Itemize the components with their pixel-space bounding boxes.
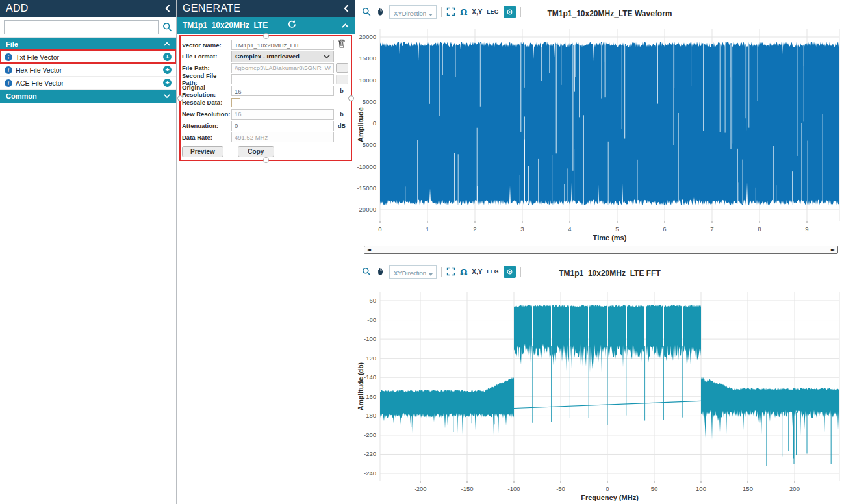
browse-button[interactable]: ... [336, 63, 348, 73]
original-resolution-input[interactable] [231, 86, 334, 96]
y-axis-tick-label: -200 [364, 431, 376, 438]
zoom-magnifier-icon[interactable] [362, 6, 371, 18]
fit-expand-icon[interactable] [446, 6, 455, 18]
item-label: Hex File Vector [16, 66, 163, 74]
selection-handle[interactable] [263, 157, 269, 163]
info-icon[interactable]: i [5, 53, 12, 61]
field-label: New Resolution: [182, 110, 231, 118]
search-input[interactable] [4, 20, 159, 34]
y-axis-tick-label: -80 [367, 316, 376, 323]
app-root: ADD FileiTxt File Vector+iHex File Vecto… [0, 0, 842, 504]
refresh-icon[interactable] [287, 19, 342, 32]
options-target-icon[interactable] [504, 266, 516, 278]
x-axis-tick-label: 0 [378, 225, 381, 233]
list-item-txt-file-vector[interactable]: iTxt File Vector+ [0, 51, 176, 64]
x-axis-tick-label: 100 [696, 485, 706, 492]
x-axis-tick-label: 2 [473, 225, 476, 233]
x-axis-tick-label: 9 [805, 225, 808, 233]
legend-toggle[interactable]: LEG [487, 266, 498, 277]
legend-toggle[interactable]: LEG [487, 6, 498, 18]
waveform-h-scrollbar[interactable]: ◄ ► [364, 246, 838, 254]
section-header-common[interactable]: Common [0, 90, 176, 103]
unit-label: b [340, 111, 344, 118]
vector-section-header[interactable]: TM1p1_10x20MHz_LTE [177, 17, 355, 34]
xy-readout-toggle[interactable]: X,Y [472, 266, 482, 277]
fft-carrier [533, 305, 551, 359]
unit-label: dB [338, 123, 346, 129]
field-label: Rescale Data: [182, 99, 231, 106]
x-axis-tick-label: 3 [520, 225, 524, 233]
x-axis-label: Frequency (MHz) [581, 494, 639, 501]
fft-carrier [514, 305, 532, 364]
field-label: Vector Name: [182, 42, 231, 49]
fft-carrier [608, 305, 626, 367]
vector-section-title: TM1p1_10x20MHz_LTE [183, 21, 268, 30]
y-axis-tick-label: -60 [367, 297, 376, 304]
form-buttons-row: PreviewCopy [182, 146, 350, 157]
waveform-plot[interactable]: 20000150001000050000-5000-10000-15000-20… [355, 0, 842, 262]
xy-readout-toggle[interactable]: X,Y [472, 6, 482, 18]
lasso-omega-icon[interactable]: Ω [460, 266, 467, 277]
y-axis-tick-label: -15000 [357, 184, 376, 192]
data-rate-input [231, 132, 334, 142]
fft-chart-toolbar: XYDirectionΩX,YLEG [362, 265, 521, 278]
toolbar-separator [520, 7, 521, 17]
x-axis-tick-label: 50 [651, 485, 658, 492]
collapse-generate-panel-icon[interactable] [344, 5, 349, 12]
fft-noise-left [380, 377, 514, 435]
new-resolution-input [231, 109, 334, 120]
second-file-path-input[interactable] [231, 74, 334, 84]
collapse-vector-section-icon[interactable] [342, 23, 349, 28]
fit-expand-icon[interactable] [446, 266, 455, 277]
x-axis-tick-label: 150 [743, 485, 753, 492]
y-axis-tick-label: -10000 [357, 163, 376, 170]
search-icon[interactable] [162, 22, 172, 32]
toolbar-separator [441, 267, 442, 277]
lasso-omega-icon[interactable]: Ω [460, 6, 467, 18]
info-icon[interactable]: i [5, 66, 12, 74]
list-item-hex-file-vector[interactable]: iHex File Vector+ [0, 64, 176, 77]
rescale-data-checkbox[interactable] [231, 98, 240, 107]
x-axis-tick-label: 6 [663, 225, 666, 233]
dropdown-caret-icon [429, 14, 433, 16]
collapse-add-panel-icon[interactable] [165, 5, 170, 12]
options-target-icon[interactable] [504, 6, 516, 18]
y-axis-tick-label: -240 [364, 470, 376, 477]
pan-hand-icon[interactable] [376, 266, 385, 277]
toolbar-separator [441, 7, 442, 17]
delete-trash-icon[interactable] [338, 39, 346, 51]
y-axis-tick-label: -140 [364, 373, 376, 381]
generate-panel-header: GENERATE [177, 0, 355, 17]
attenuation-input[interactable] [231, 121, 334, 131]
add-plus-icon[interactable]: + [163, 53, 172, 61]
fft-carrier [646, 305, 663, 363]
x-axis-label: Time (ms) [593, 234, 627, 242]
scroll-right-arrow[interactable]: ► [831, 247, 835, 253]
vector-name-input[interactable] [231, 40, 334, 50]
copy-button[interactable]: Copy [238, 146, 274, 157]
info-icon[interactable]: i [5, 79, 12, 87]
preview-button[interactable]: Preview [182, 146, 223, 157]
add-plus-icon[interactable]: + [163, 66, 172, 74]
pan-hand-icon[interactable] [376, 6, 385, 18]
zoom-magnifier-icon[interactable] [362, 266, 371, 277]
file-format-select[interactable]: Complex - Interleaved [231, 51, 334, 62]
y-axis-label: Amplitude [357, 107, 364, 142]
fft-plot[interactable]: -60-80-100-120-140-160-180-200-220-240-2… [355, 260, 842, 504]
y-axis-tick-label: -100 [364, 335, 376, 342]
add-plus-icon[interactable]: + [163, 79, 172, 87]
x-axis-tick-label: -100 [507, 485, 520, 492]
waveform-trace [380, 42, 839, 205]
dropdown-caret-icon [429, 273, 433, 276]
fft-carrier [570, 305, 588, 369]
form-row-data-rate: Data Rate: [182, 132, 350, 142]
file-path-input[interactable] [231, 63, 334, 73]
section-header-file[interactable]: File [0, 38, 176, 51]
form-row-second-file-path: Second File Path:... [182, 74, 350, 84]
list-item-ace-file-vector[interactable]: iACE File Vector+ [0, 77, 176, 90]
scroll-left-arrow[interactable]: ◄ [367, 247, 371, 253]
xy-direction-dropdown[interactable]: XYDirection [389, 5, 437, 19]
xy-direction-dropdown[interactable]: XYDirection [389, 265, 437, 279]
form-row-new-resolution: New Resolution:b [182, 109, 350, 120]
y-axis-tick-label: 5000 [363, 98, 376, 105]
